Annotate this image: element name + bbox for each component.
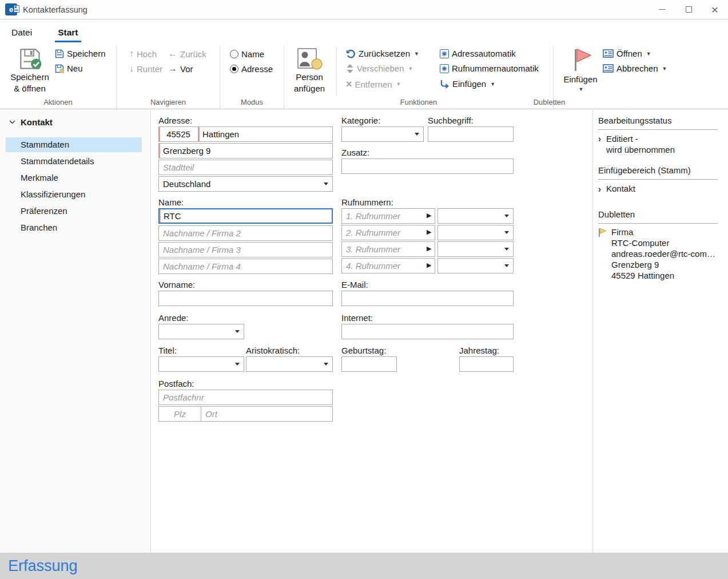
vorname-field[interactable]: [158, 291, 333, 306]
sidebar-item-stammdaten[interactable]: Stammdaten: [6, 137, 142, 152]
sidebar-item-stammdatendetails[interactable]: Stammdatendetails: [6, 154, 142, 169]
dropdown-caret-icon: ▼: [662, 66, 667, 72]
runter-button[interactable]: ↓ Runter: [129, 64, 162, 74]
ribbon: Datei Start Speichern & ö: [0, 20, 728, 109]
speichern-button[interactable]: Speichern: [55, 49, 106, 58]
zurueck-label: Zurück: [180, 49, 206, 59]
einfuegebereich-text: Kontakt: [606, 183, 635, 194]
name3-field[interactable]: [158, 242, 333, 257]
rufnummer2-field[interactable]: [341, 225, 435, 240]
save-and-open-button[interactable]: Speichern & öffnen: [9, 47, 50, 95]
save-open-label-1: Speichern: [9, 72, 50, 83]
group-separator: [336, 47, 337, 96]
tab-datei[interactable]: Datei: [10, 25, 33, 40]
dropdown-arrow-icon: [415, 133, 419, 136]
jahrestag-field[interactable]: [459, 356, 514, 372]
maximize-icon: [686, 6, 692, 13]
plz-field[interactable]: [158, 126, 198, 142]
vor-button[interactable]: → Vor: [168, 64, 193, 74]
group-aktionen: Speichern & öffnen Speichern: [0, 45, 117, 109]
rufnummer4-type-dropdown[interactable]: [437, 258, 514, 273]
zuruecksetzen-button[interactable]: Zurücksetzen ▼: [346, 49, 419, 58]
modus-adresse-radio[interactable]: Adresse: [230, 64, 273, 74]
rufnummer-expand-icon[interactable]: ▶: [427, 212, 431, 219]
group-navigieren: ↑ Hoch ↓ Runter ← Zurück → Vor Navigiere…: [117, 45, 220, 109]
save-icon: [55, 49, 64, 58]
rufnummer-expand-icon[interactable]: ▶: [427, 228, 431, 236]
person-anfuegen-button[interactable]: Person anfügen: [290, 47, 329, 95]
jahrestag-label: Jahrestag:: [459, 346, 499, 355]
name2-field[interactable]: [158, 225, 333, 241]
minimize-icon: [659, 9, 666, 10]
postfach-plz-field[interactable]: [158, 406, 201, 422]
rufnummer1-field[interactable]: [341, 208, 435, 224]
sidebar-item-branchen[interactable]: Branchen: [6, 220, 142, 235]
bearbeitungsstatus-text: Editiert - wird übernommen: [606, 133, 675, 155]
dropdown-caret-icon: ▼: [414, 51, 419, 57]
verschieben-button[interactable]: Verschieben ▼: [346, 64, 413, 73]
name1-field[interactable]: [158, 208, 333, 224]
tab-start[interactable]: Start: [57, 25, 79, 40]
strasse-field[interactable]: [158, 143, 333, 158]
dublette-email: andreas.roeder@rtc-com…: [611, 249, 715, 259]
rufnummer-expand-icon[interactable]: ▶: [427, 261, 431, 269]
geburtstag-field[interactable]: [341, 356, 397, 372]
rufnummer1-type-dropdown[interactable]: [437, 208, 514, 224]
anrede-dropdown[interactable]: [158, 324, 244, 339]
name4-field[interactable]: [158, 259, 333, 274]
hoch-button[interactable]: ↑ Hoch: [129, 49, 157, 59]
zuruecksetzen-label: Zurücksetzen: [359, 49, 410, 58]
entfernen-button[interactable]: × Entfernen ▼: [346, 79, 401, 89]
automation-icon: [440, 49, 449, 58]
zurueck-button[interactable]: ← Zurück: [168, 49, 206, 59]
stadtteil-field[interactable]: [158, 160, 333, 175]
dropdown-caret-icon: ▼: [563, 86, 599, 92]
einfuegebereich-item[interactable]: › Kontakt: [598, 183, 725, 194]
funktionen-einfuegen-button[interactable]: Einfügen ▼: [440, 79, 495, 89]
rufnummer-expand-icon[interactable]: ▶: [427, 245, 431, 252]
adressautomatik-button[interactable]: Adressautomatik: [440, 49, 516, 58]
abbrechen-button[interactable]: Abbrechen ▼: [603, 64, 667, 73]
internet-field[interactable]: [341, 324, 514, 339]
kategorie-dropdown[interactable]: [341, 126, 424, 142]
close-button[interactable]: ×: [702, 0, 728, 19]
maximize-button[interactable]: [675, 0, 702, 19]
modus-name-label: Name: [241, 49, 264, 59]
group-label-aktionen: Aktionen: [0, 98, 116, 106]
oeffnen-button[interactable]: Öffnen ▼: [603, 49, 651, 58]
suchbegriff-field[interactable]: [428, 126, 514, 142]
sidebar-item-merkmale[interactable]: Merkmale: [6, 170, 142, 185]
zusatz-field[interactable]: [341, 158, 514, 174]
sidebar-item-klassifizierungen[interactable]: Klassifizierungen: [6, 187, 142, 202]
rufnummernautomatik-button[interactable]: Rufnummernautomatik: [440, 64, 539, 73]
email-field[interactable]: [341, 291, 514, 306]
titel-dropdown[interactable]: [158, 356, 244, 372]
bearbeitungsstatus-item[interactable]: › Editiert - wird übernommen: [598, 133, 725, 155]
rufnummer2-type-dropdown[interactable]: [437, 225, 514, 240]
right-panel: Bearbeitungsstatus › Editiert - wird übe…: [592, 110, 728, 553]
abbrechen-label: Abbrechen: [616, 64, 658, 73]
minimize-button[interactable]: [649, 0, 675, 19]
land-dropdown[interactable]: Deutschland: [158, 176, 333, 192]
modus-name-radio[interactable]: Name: [230, 49, 264, 59]
adresse-label: Adresse:: [158, 116, 192, 125]
group-label-modus: Modus: [220, 98, 284, 106]
sidebar-item-praeferenzen[interactable]: Präferenzen: [6, 204, 142, 219]
dubletten-einfuegen-button[interactable]: Einfügen ▼: [562, 47, 599, 92]
dublette-type: Firma: [611, 227, 633, 237]
save-check-icon: [18, 47, 42, 70]
postfach-ort-field[interactable]: [201, 406, 333, 422]
sidebar-header-kontakt[interactable]: Kontakt: [9, 117, 53, 127]
status-line-1: Editiert -: [606, 134, 638, 144]
ort-field[interactable]: [198, 126, 333, 142]
email-label: E-Mail:: [341, 280, 368, 290]
rufnummer4-field[interactable]: [341, 258, 435, 273]
name-label: Name:: [158, 197, 184, 207]
neu-button[interactable]: Neu: [55, 64, 83, 73]
dubletten-entry[interactable]: Firma RTC-Computer andreas.roeder@rtc-co…: [598, 227, 725, 281]
rufnummer3-type-dropdown[interactable]: [437, 241, 514, 257]
aristokratisch-dropdown[interactable]: [246, 356, 333, 372]
zusatz-label: Zusatz:: [341, 148, 369, 157]
rufnummer3-field[interactable]: [341, 241, 435, 257]
postfachnr-field[interactable]: [158, 390, 333, 405]
